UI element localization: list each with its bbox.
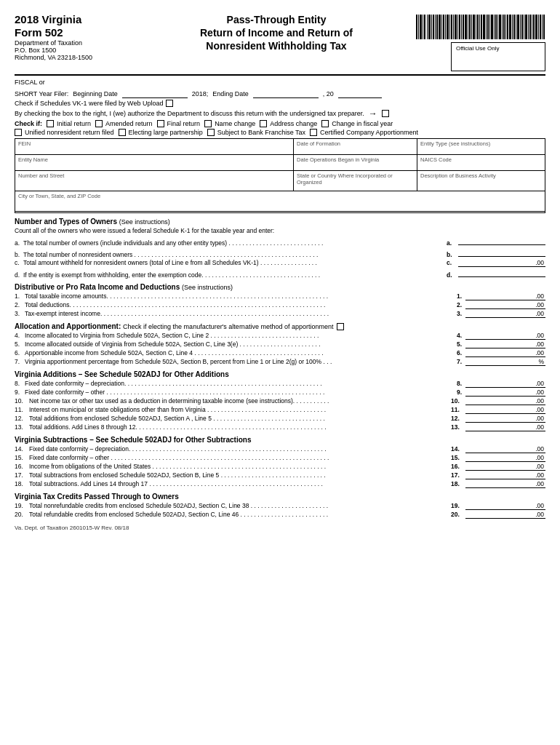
web-upload-checkbox[interactable] (166, 100, 173, 107)
line-c-text: Total amount withheld for nonresident ow… (23, 259, 447, 266)
dist-2-amount: .00 (535, 301, 544, 308)
distributive-title-text: Distributive or Pro Rata Income and Dedu… (15, 283, 180, 291)
svg-rect-53 (521, 15, 523, 39)
dist-line-1: 1. Total taxable income amounts. . . . .… (15, 292, 545, 300)
form-main-title: Pass-Through Entity Return of Income and… (138, 13, 415, 53)
svg-rect-38 (491, 15, 493, 39)
line-d-value[interactable] (458, 268, 545, 277)
owners-subtitle: Count all of the owners who were issued … (15, 227, 545, 234)
svg-rect-48 (512, 15, 513, 39)
bank-franchise-checkbox[interactable] (207, 129, 215, 136)
fiscal-year-label: Change in fiscal year (332, 120, 393, 127)
large-partnership-checkbox[interactable] (119, 129, 126, 136)
svg-rect-60 (535, 15, 537, 39)
dist-line-3: 3. Tax-exempt interest income. . . . . .… (15, 310, 545, 318)
initial-checkbox[interactable] (47, 120, 54, 127)
entity-row4: City or Town, State, and ZIP Code (15, 191, 545, 212)
add-8-value[interactable]: .00 (465, 380, 545, 388)
city-label: City or Town, State, and ZIP Code (18, 193, 542, 199)
alloc-checkbox[interactable] (337, 323, 344, 330)
svg-rect-63 (542, 15, 543, 39)
entity-row2: Entity Name Date Operations Began in Vir… (15, 155, 545, 171)
ending-year-field[interactable] (338, 89, 382, 98)
name-change-checkbox[interactable] (204, 120, 212, 127)
business-label: Description of Business Activity (420, 172, 542, 179)
dist-3-text: Tax-exempt interest income. . . . . . . … (25, 310, 457, 317)
add-13-value[interactable]: .00 (465, 423, 545, 431)
final-checkbox[interactable] (157, 120, 164, 127)
sub-16-value[interactable]: .00 (465, 463, 545, 471)
allocation-note: Check if electing the manufacturer's alt… (123, 323, 333, 330)
date-ops-label: Date Operations Began in Virginia (297, 156, 414, 163)
svg-rect-61 (538, 15, 539, 39)
form-id-block: 2018 Virginia Form 502 Department of Tax… (15, 13, 138, 61)
alloc-5-num: 5. (15, 340, 25, 348)
alloc-line-5: 5. Income allocated outside of Virginia … (15, 340, 545, 348)
sub-18-value[interactable]: .00 (465, 480, 545, 488)
alloc-7-index: 7. (457, 358, 465, 365)
svg-rect-29 (473, 15, 475, 39)
line-b-value[interactable] (458, 247, 545, 257)
svg-rect-17 (449, 15, 450, 39)
add-10-value[interactable]: .00 (465, 397, 545, 405)
web-upload-label: Check if Schedules VK-1 were filed by We… (15, 100, 163, 107)
add-9-value[interactable]: .00 (465, 389, 545, 397)
alloc-7-value[interactable]: % (465, 358, 545, 366)
amended-checkbox[interactable] (95, 120, 103, 127)
dist-1-value[interactable]: .00 (465, 292, 545, 300)
svg-rect-47 (509, 15, 511, 39)
fiscal-year-checkbox[interactable] (321, 120, 329, 127)
sub-line-17: 17. Total subtractions from enclosed Sch… (15, 471, 545, 479)
svg-rect-27 (469, 15, 471, 39)
check-initial: Initial return (47, 120, 91, 127)
entity-name-label: Entity Name (18, 156, 290, 163)
svg-rect-18 (451, 15, 452, 39)
certified-checkbox[interactable] (310, 129, 317, 136)
cred-19-value[interactable]: .00 (465, 502, 545, 510)
check-fiscal-year: Change in fiscal year (321, 120, 393, 127)
alloc-5-value[interactable]: .00 (465, 340, 545, 348)
alloc-4-text: Income allocated to Virginia from Schedu… (25, 332, 457, 339)
svg-rect-42 (499, 15, 501, 39)
svg-rect-51 (517, 15, 519, 39)
sub-14-value[interactable]: .00 (465, 445, 545, 453)
line-a-value[interactable] (458, 236, 545, 245)
dist-3-value[interactable]: .00 (465, 310, 545, 318)
dist-2-value[interactable]: .00 (465, 301, 545, 309)
line-b-index: b. (447, 251, 458, 258)
alloc-4-value[interactable]: .00 (465, 332, 545, 340)
sub-15-value[interactable]: .00 (465, 454, 545, 462)
line-c-value[interactable]: .00 (458, 259, 545, 267)
add-12-value[interactable]: .00 (465, 415, 545, 423)
dist-2-text: Total deductions. . . . . . . . . . . . … (25, 301, 457, 308)
svg-rect-3 (420, 15, 422, 39)
alloc-7-text: Virginia apportionment percentage from S… (25, 358, 457, 365)
svg-rect-34 (483, 15, 485, 39)
authorize-checkbox[interactable] (382, 110, 389, 117)
address-change-label: Address change (270, 120, 317, 127)
beginning-date-field[interactable] (122, 89, 188, 98)
address-change-checkbox[interactable] (260, 120, 267, 127)
unified-checkbox[interactable] (15, 129, 22, 136)
check-amended: Amended return (95, 120, 153, 127)
cred-20-value[interactable]: .00 (465, 511, 545, 519)
svg-rect-64 (543, 15, 545, 39)
owner-line-d: d. If the entity is exempt from withhold… (15, 268, 545, 279)
dist-1-amount: .00 (535, 292, 544, 300)
address-label: Number and Street (18, 172, 290, 179)
sub-17-value[interactable]: .00 (465, 471, 545, 479)
add-11-value[interactable]: .00 (465, 406, 545, 414)
distributive-title: Distributive or Pro Rata Income and Dedu… (15, 283, 545, 291)
svg-rect-2 (418, 15, 419, 39)
date-formation-cell: Date of Formation (294, 139, 417, 155)
svg-rect-50 (516, 15, 516, 39)
svg-rect-24 (463, 15, 464, 39)
name-change-label: Name change (215, 120, 255, 127)
alloc-6-value[interactable]: .00 (465, 349, 545, 357)
dist-1-text: Total taxable income amounts. . . . . . … (25, 292, 457, 300)
sub-line-14: 14. Fixed date conformity – depreciation… (15, 445, 545, 453)
svg-rect-15 (445, 15, 446, 39)
cred-line-20: 20. Total refundable credits from enclos… (15, 511, 545, 519)
ending-date-field[interactable] (253, 89, 319, 98)
alloc-line-4: 4. Income allocated to Virginia from Sch… (15, 332, 545, 340)
